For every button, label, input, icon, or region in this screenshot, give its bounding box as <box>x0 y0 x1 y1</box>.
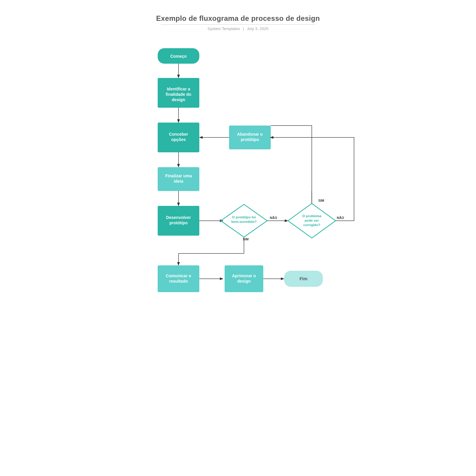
develop-node: Desenvolver <box>166 215 191 220</box>
conceive-node: Conceber <box>169 132 188 137</box>
svg-text:pode ser: pode ser <box>305 219 319 222</box>
svg-text:design: design <box>172 97 185 102</box>
finalize-node: Finalizar uma <box>165 173 192 178</box>
sim-label-2: SIM <box>318 199 324 202</box>
page-title: Exemplo de fluxograma de processo de des… <box>0 14 476 23</box>
identify-node: Identificar a <box>167 87 190 91</box>
question1-node: O protótipo foi <box>232 215 256 219</box>
sim-label-1: SIM <box>243 237 249 241</box>
question2-node: O problema <box>302 214 322 218</box>
svg-text:finalidade do: finalidade do <box>166 92 191 97</box>
svg-text:protótipo: protótipo <box>241 137 259 142</box>
nao-label-1: NÃO <box>270 216 277 220</box>
svg-text:design: design <box>237 279 250 284</box>
improve-node: Aprimorar o <box>232 273 256 278</box>
abandon-node: Abandonar o <box>237 132 263 137</box>
svg-text:ideia: ideia <box>174 179 183 184</box>
start-node: Começo <box>170 54 187 59</box>
nao-label-2: NÃO <box>337 216 344 220</box>
end-node: Fim <box>300 276 308 281</box>
page-container: Exemplo de fluxograma de processo de des… <box>0 0 476 476</box>
separator: | <box>243 26 244 31</box>
subtitle: System Templates | July 3, 2025 <box>0 26 476 31</box>
source-label: System Templates <box>208 26 240 31</box>
title-divider <box>161 24 315 25</box>
svg-text:opções: opções <box>171 137 186 142</box>
svg-text:protótipo: protótipo <box>169 220 187 225</box>
header: Exemplo de fluxograma de processo de des… <box>0 0 476 33</box>
date-label: July 3, 2025 <box>247 26 269 31</box>
svg-text:corrigido?: corrigido? <box>303 223 320 227</box>
communicate-node: Comunicar o <box>166 273 191 278</box>
svg-text:resultado: resultado <box>169 279 188 284</box>
svg-text:bem-sucedido?: bem-sucedido? <box>231 220 257 223</box>
